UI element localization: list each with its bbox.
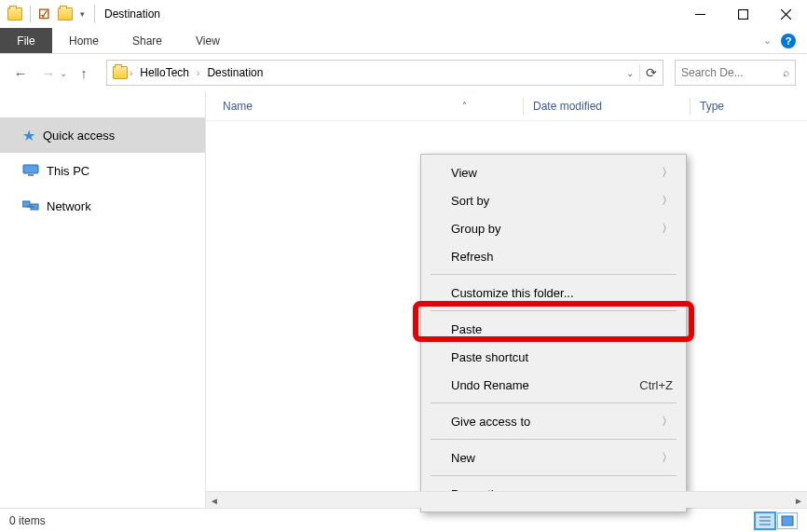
menu-item-sort-by[interactable]: Sort by〉 [421,186,686,214]
maximize-button[interactable] [721,0,764,28]
svg-rect-12 [782,516,793,525]
chevron-right-icon: 〉 [662,193,673,209]
chevron-right-icon[interactable]: › [128,68,134,78]
search-icon: ⌕ [783,66,789,79]
horizontal-scrollbar[interactable]: ◄ ► [206,491,807,508]
chevron-right-icon[interactable]: › [195,68,201,78]
sidebar-item-label: This PC [47,164,89,178]
up-button[interactable]: ↑ [73,61,95,84]
ribbon: File Home Share View ⌄ ? [0,28,807,54]
address-bar[interactable]: › HelloTech › Destination ⌄ ⟳ [106,60,663,86]
file-tab[interactable]: File [0,28,52,53]
sort-ascending-icon: ˄ [462,101,467,111]
content-area: ★ Quick access This PC Network Name ˄ Da… [0,91,807,508]
svg-rect-6 [22,201,30,207]
sidebar-item-label: Quick access [43,129,115,143]
chevron-right-icon: 〉 [662,165,673,181]
context-menu: View〉 Sort by〉 Group by〉 Refresh Customi… [420,154,687,512]
chevron-right-icon: 〉 [662,450,673,466]
chevron-right-icon: 〉 [662,414,673,430]
folder-icon [113,66,128,79]
menu-separator [431,310,677,311]
menu-separator [431,475,677,476]
menu-item-give-access[interactable]: Give access to〉 [421,407,686,435]
menu-item-paste[interactable]: Paste [421,315,686,343]
breadcrumb-hellotech[interactable]: HelloTech [134,61,195,85]
title-bar: ☑ ▾ Destination [0,0,807,28]
details-view-button[interactable] [755,512,775,529]
menu-label: Customize this folder... [451,286,574,300]
separator [30,6,31,22]
menu-label: Paste shortcut [451,350,528,364]
menu-label: Give access to [451,415,530,429]
monitor-icon [22,164,39,177]
item-count: 0 items [9,514,46,527]
menu-label: Undo Rename [451,378,529,392]
scroll-left-icon[interactable]: ◄ [206,492,223,509]
chevron-right-icon: 〉 [662,221,673,237]
svg-rect-4 [23,165,38,173]
menu-item-new[interactable]: New〉 [421,443,686,471]
menu-item-undo[interactable]: Undo RenameCtrl+Z [421,371,686,399]
ribbon-expand-icon[interactable]: ⌄ [763,34,772,47]
view-mode-toggles [755,512,798,529]
qat-customize-caret-icon[interactable]: ▾ [80,9,85,19]
forward-button[interactable]: → [37,61,60,84]
menu-shortcut: Ctrl+Z [639,378,673,392]
scroll-right-icon[interactable]: ► [790,492,807,509]
column-header-date[interactable]: Date modified [533,100,690,113]
back-button[interactable]: ← [9,61,32,84]
sidebar-item-label: Network [47,199,91,213]
separator [639,64,640,81]
sidebar-item-quick-access[interactable]: ★ Quick access [0,117,205,153]
network-icon [22,199,39,212]
help-button[interactable]: ? [781,34,796,48]
separator [94,5,95,23]
new-folder-qat-icon[interactable] [58,7,73,20]
window-title: Destination [104,7,160,20]
column-headers: Name ˄ Date modified Type [206,91,807,121]
column-resize-handle[interactable] [523,98,524,115]
menu-label: Sort by [451,194,489,208]
column-header-name[interactable]: Name ˄ [223,100,523,113]
history-caret-icon[interactable]: ⌄ [60,68,67,78]
details-view-icon [759,515,772,526]
breadcrumb-destination[interactable]: Destination [201,61,268,85]
sidebar-item-network[interactable]: Network [0,188,205,224]
menu-label: Group by [451,222,500,236]
tab-share[interactable]: Share [116,28,179,53]
menu-label: Refresh [451,250,494,264]
tab-view[interactable]: View [179,28,237,53]
search-input[interactable]: Search De... ⌕ [675,60,796,86]
menu-item-view[interactable]: View〉 [421,158,686,186]
column-header-type[interactable]: Type [700,100,724,113]
properties-qat-icon[interactable]: ☑ [38,7,50,21]
minimize-icon [695,14,705,15]
minimize-button[interactable] [678,0,721,28]
menu-item-paste-shortcut[interactable]: Paste shortcut [421,343,686,371]
folder-icon [7,7,22,20]
menu-separator [431,274,677,275]
tab-home[interactable]: Home [52,28,116,53]
thumbnails-view-icon [781,515,794,526]
sidebar-item-this-pc[interactable]: This PC [0,153,205,188]
close-button[interactable] [764,0,807,28]
menu-separator [431,402,677,403]
svg-rect-0 [695,14,705,15]
svg-rect-1 [738,9,747,19]
address-dropdown-icon[interactable]: ⌄ [626,68,634,78]
quick-access-toolbar: ☑ ▾ [0,6,85,22]
menu-separator [431,439,677,440]
maximize-icon [738,9,748,20]
search-placeholder: Search De... [681,66,744,79]
menu-item-group-by[interactable]: Group by〉 [421,214,686,242]
file-list-area[interactable]: Name ˄ Date modified Type This folder is… [206,91,807,508]
thumbnails-view-button[interactable] [777,512,798,529]
menu-item-customize[interactable]: Customize this folder... [421,279,686,307]
menu-label: View [451,166,477,180]
menu-item-refresh[interactable]: Refresh [421,242,686,270]
refresh-icon[interactable]: ⟳ [646,65,657,80]
menu-label: New [451,451,475,465]
column-resize-handle[interactable] [690,98,691,115]
star-icon: ★ [22,127,35,144]
